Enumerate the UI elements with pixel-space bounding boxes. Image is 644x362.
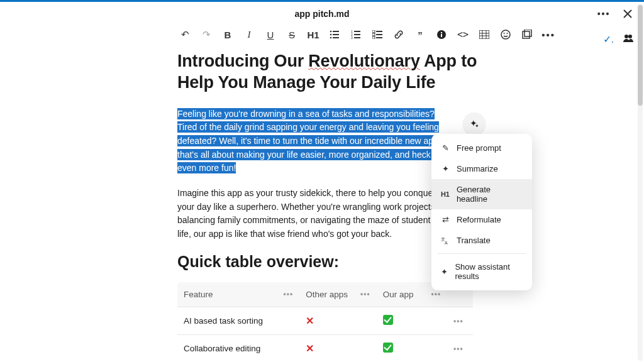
table-row[interactable]: Collaborative editing✕•••	[177, 334, 473, 362]
vertical-scrollbar[interactable]	[638, 4, 643, 361]
svg-rect-11	[354, 34, 360, 35]
cross-icon: ✕	[306, 343, 314, 354]
window-close-button[interactable]	[621, 8, 634, 20]
section-heading[interactable]: Quick table overview:	[177, 253, 614, 271]
svg-rect-14	[372, 30, 375, 33]
strike-button[interactable]: S	[286, 28, 298, 41]
body-paragraph[interactable]: Imagine this app as your trusty sidekick…	[177, 187, 441, 241]
svg-rect-19	[376, 37, 382, 38]
ai-assistant-chip[interactable]	[463, 112, 486, 135]
bulleted-list-button[interactable]	[328, 28, 341, 41]
bold-button[interactable]: B	[221, 28, 234, 41]
svg-rect-13	[354, 37, 360, 38]
cell-feature[interactable]: AI based task sorting	[177, 307, 299, 334]
h1-icon: H1	[440, 190, 450, 198]
row-menu-icon[interactable]: •••	[453, 344, 464, 353]
svg-point-30	[507, 33, 508, 34]
svg-point-4	[330, 34, 332, 36]
cell-other[interactable]: ✕	[299, 334, 377, 362]
svg-rect-31	[523, 31, 530, 38]
table-header-feature[interactable]: Feature•••	[177, 282, 299, 307]
table-row[interactable]: AI based task sorting✕•••	[177, 307, 473, 334]
row-menu-icon[interactable]: •••	[453, 317, 464, 326]
code-button[interactable]: <>	[457, 28, 469, 41]
cell-other[interactable]: ✕	[299, 307, 377, 334]
emoji-button[interactable]	[499, 28, 512, 41]
check-icon	[383, 343, 393, 353]
task-list-button[interactable]	[371, 28, 384, 41]
svg-text:3: 3	[351, 36, 353, 39]
intro-paragraph-selected[interactable]: Feeling like you're drowning in a sea of…	[177, 107, 454, 175]
heading-button[interactable]: H1	[307, 28, 319, 41]
sparkle-icon: ✦	[440, 267, 448, 277]
menu-item-summarize[interactable]: ✦Summarize	[431, 158, 532, 179]
svg-point-6	[330, 37, 332, 39]
italic-button[interactable]: I	[243, 28, 255, 41]
table-button[interactable]	[478, 28, 491, 41]
svg-rect-15	[376, 31, 382, 32]
cell-actions[interactable]: •••	[447, 307, 473, 334]
column-menu-icon[interactable]: •••	[284, 290, 294, 299]
comparison-table: Feature••• Other apps••• Our app••• AI b…	[177, 282, 473, 362]
quote-button[interactable]: ”	[414, 28, 426, 41]
undo-button[interactable]: ↶	[179, 28, 191, 41]
svg-rect-9	[354, 31, 360, 32]
svg-rect-23	[479, 30, 489, 39]
cell-feature[interactable]: Collaborative editing	[177, 334, 299, 362]
svg-rect-3	[333, 31, 339, 32]
window-title: app pitch.md	[294, 9, 349, 19]
editor-toolbar: ↶ ↷ B I U S H1 123 ” <>	[179, 28, 614, 41]
toolbar-more-button[interactable]: •••	[542, 28, 555, 41]
numbered-list-button[interactable]: 123	[350, 28, 362, 41]
redo-button[interactable]: ↷	[200, 28, 213, 41]
menu-item-reformulate[interactable]: ⇄Reformulate	[431, 209, 532, 230]
cell-ours[interactable]	[377, 334, 447, 362]
cross-icon: ✕	[306, 315, 314, 326]
svg-rect-22	[441, 32, 442, 33]
svg-rect-16	[372, 33, 375, 36]
window-more-button[interactable]: •••	[597, 8, 610, 20]
check-icon	[383, 315, 393, 325]
svg-rect-18	[372, 36, 375, 39]
svg-point-2	[330, 31, 332, 33]
sparkle-icon: ✦	[440, 164, 450, 173]
svg-rect-21	[441, 34, 442, 37]
link-button[interactable]	[392, 28, 405, 41]
sparkle-icon	[470, 119, 479, 128]
menu-item-generate-headline[interactable]: H1Generate headline	[431, 179, 532, 209]
svg-rect-17	[376, 34, 382, 35]
svg-rect-32	[525, 30, 531, 36]
menu-item-translate[interactable]: 文A Translate	[431, 230, 532, 251]
translate-icon: 文A	[440, 236, 450, 245]
embed-button[interactable]	[521, 28, 533, 41]
svg-point-0	[625, 35, 628, 38]
svg-rect-5	[333, 34, 339, 35]
shuffle-icon: ⇄	[440, 215, 450, 224]
svg-rect-7	[333, 37, 339, 38]
collaborators-icon[interactable]	[623, 34, 634, 45]
menu-item-free-prompt[interactable]: ✎Free prompt	[431, 138, 532, 158]
table-header-other[interactable]: Other apps•••	[299, 282, 377, 307]
svg-point-1	[628, 35, 632, 38]
info-button[interactable]	[435, 28, 448, 41]
pencil-icon: ✎	[440, 143, 450, 153]
cell-ours[interactable]	[377, 307, 447, 334]
svg-point-29	[504, 33, 505, 34]
scrollbar-thumb[interactable]	[638, 5, 643, 106]
svg-text:A: A	[445, 241, 448, 245]
sync-status-icon[interactable]: ✓.	[603, 33, 614, 45]
page-title[interactable]: Introducing Our Revolutionary App to Hel…	[177, 51, 614, 94]
underline-button[interactable]: U	[264, 28, 277, 41]
cell-actions[interactable]: •••	[447, 334, 473, 362]
column-menu-icon[interactable]: •••	[431, 290, 441, 299]
svg-point-28	[501, 30, 510, 39]
column-menu-icon[interactable]: •••	[360, 290, 370, 299]
menu-item-show-results[interactable]: ✦Show assistant results	[431, 256, 532, 287]
ai-assistant-menu: ✎Free prompt ✦Summarize H1Generate headl…	[431, 134, 532, 290]
